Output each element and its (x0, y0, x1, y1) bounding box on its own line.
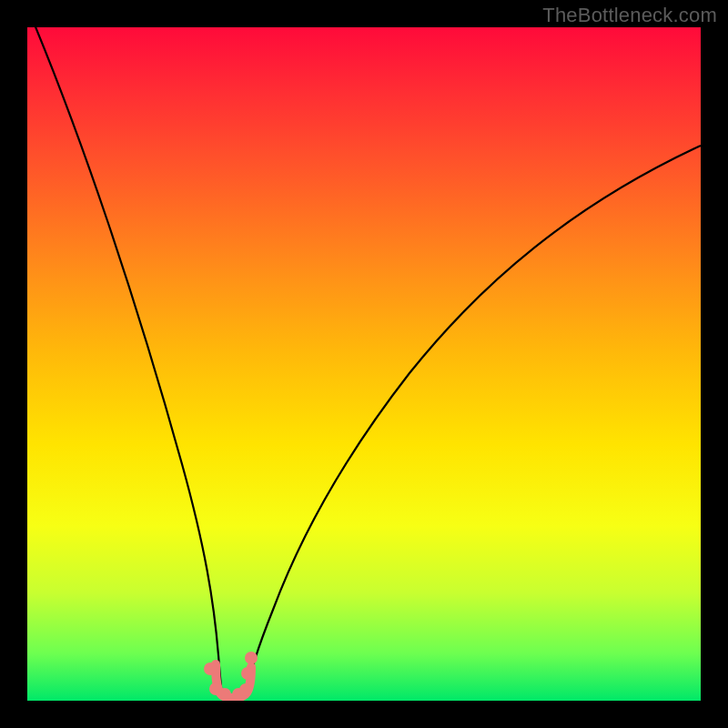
marker-dot (245, 652, 258, 664)
chart-frame: TheBottleneck.com (0, 0, 728, 728)
left-curve-path (27, 27, 222, 696)
marker-dot (239, 683, 252, 696)
marker-dot (241, 667, 254, 680)
marker-dot (218, 688, 231, 701)
attribution-text: TheBottleneck.com (542, 4, 717, 27)
right-curve-path (246, 146, 701, 696)
curve-layer (27, 27, 701, 701)
marker-dot (204, 662, 217, 675)
